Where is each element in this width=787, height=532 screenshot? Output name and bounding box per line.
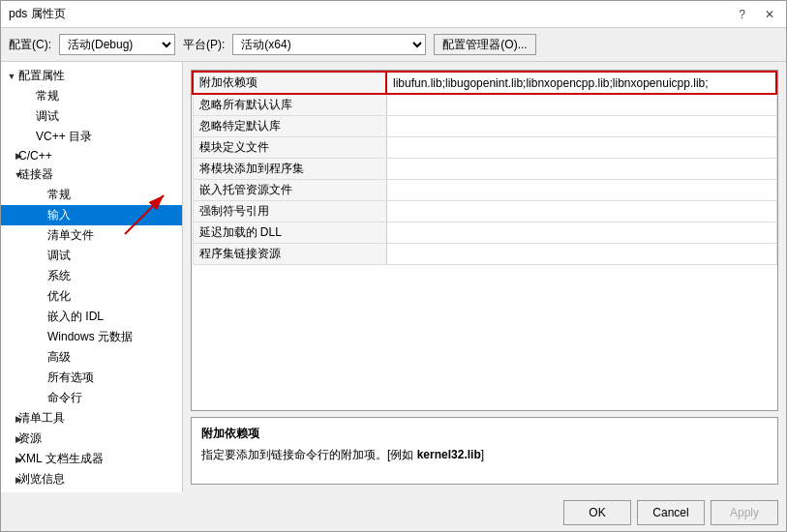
sidebar-label-manifest-file: 清单文件 xyxy=(47,228,94,242)
sidebar-item-vcpp-dirs[interactable]: VC++ 目录 xyxy=(1,127,182,147)
prop-value-2[interactable] xyxy=(386,116,776,137)
prop-name-7: 延迟加载的 DLL xyxy=(193,222,386,244)
prop-name-0: 附加依赖项 xyxy=(193,72,386,94)
sidebar-item-linker-general[interactable]: 常规 xyxy=(1,185,182,205)
sidebar-label-advanced: 高级 xyxy=(47,350,71,364)
main-window: pds 属性页 ? ✕ 配置(C): 活动(Debug) 平台(P): 活动(x… xyxy=(0,0,787,532)
sidebar-label-linker-input: 输入 xyxy=(47,208,71,222)
table-row[interactable]: 忽略所有默认认库 xyxy=(193,94,776,116)
sidebar-build-events[interactable]: ▶ 生成事件 xyxy=(1,489,182,492)
linker-arrow-icon: ▼ xyxy=(5,168,18,182)
sidebar-label-browse-info: 浏览信息 xyxy=(18,471,65,488)
prop-value-1[interactable] xyxy=(386,94,776,116)
sidebar-label-optimize: 优化 xyxy=(47,289,71,303)
sidebar-label-debug: 调试 xyxy=(36,109,59,123)
sidebar-root-label: 配置属性 xyxy=(18,68,65,84)
prop-name-1: 忽略所有默认认库 xyxy=(193,94,386,116)
table-row[interactable]: 嵌入托管资源文件 xyxy=(193,180,776,201)
sidebar-item-advanced[interactable]: 高级 xyxy=(1,347,182,368)
sidebar-cpp[interactable]: ▶ C/C++ xyxy=(1,147,182,164)
sidebar-item-linker-input[interactable]: 输入 xyxy=(1,205,182,225)
platform-select[interactable]: 活动(x64) xyxy=(232,34,426,55)
sidebar-item-windows-metadata[interactable]: Windows 元数据 xyxy=(1,327,182,347)
sidebar-label-build-events: 生成事件 xyxy=(18,491,65,492)
sidebar-label-xml-gen: XML 文档生成器 xyxy=(18,451,104,467)
config-label: 配置(C): xyxy=(9,37,51,53)
sidebar-label-all-options: 所有选项 xyxy=(47,370,94,384)
table-row[interactable]: 模块定义文件 xyxy=(193,137,776,159)
cancel-button[interactable]: Cancel xyxy=(637,500,705,525)
prop-name-6: 强制符号引用 xyxy=(193,201,386,222)
sidebar-label-cmdline: 命令行 xyxy=(47,391,82,404)
sidebar-label-embedded-idl: 嵌入的 IDL xyxy=(47,310,104,323)
sidebar-browse-info[interactable]: ▶ 浏览信息 xyxy=(1,469,182,489)
sidebar-xml-gen[interactable]: ▶ XML 文档生成器 xyxy=(1,449,182,469)
sidebar-linker[interactable]: ▼ 链接器 xyxy=(1,164,182,185)
sidebar-label-windows-metadata: Windows 元数据 xyxy=(47,330,133,343)
sidebar-label-vcpp-dirs: VC++ 目录 xyxy=(36,130,92,143)
prop-value-3[interactable] xyxy=(386,137,776,159)
apply-button[interactable]: Apply xyxy=(711,500,778,525)
ok-button[interactable]: OK xyxy=(563,500,631,525)
sidebar-label-linker-general: 常规 xyxy=(47,188,71,201)
right-panel: 附加依赖项 libufun.lib;libugopenint.lib;libnx… xyxy=(183,62,786,492)
sidebar-item-manifest-file[interactable]: 清单文件 xyxy=(1,225,182,246)
prop-value-6[interactable] xyxy=(386,201,776,222)
prop-value-0[interactable]: libufun.lib;libugopenint.lib;libnxopencp… xyxy=(386,72,776,94)
sidebar-label-resources: 资源 xyxy=(18,430,42,447)
prop-value-8[interactable] xyxy=(386,244,776,265)
sidebar-label-system: 系统 xyxy=(47,269,71,282)
close-button[interactable]: ✕ xyxy=(761,8,778,21)
properties-table: 附加依赖项 libufun.lib;libugopenint.lib;libnx… xyxy=(192,71,777,265)
prop-name-8: 程序集链接资源 xyxy=(193,244,386,265)
manifest-tools-arrow-icon: ▶ xyxy=(5,412,18,426)
prop-value-5[interactable] xyxy=(386,180,776,201)
sidebar-item-optimize[interactable]: 优化 xyxy=(1,286,182,307)
table-row[interactable]: 将模块添加到程序集 xyxy=(193,159,776,180)
root-arrow-icon: ▼ xyxy=(5,70,18,83)
sidebar-item-system[interactable]: 系统 xyxy=(1,266,182,286)
table-row[interactable]: 附加依赖项 libufun.lib;libugopenint.lib;libnx… xyxy=(193,72,776,94)
sidebar-label-linker: 链接器 xyxy=(18,166,53,183)
sidebar-item-linker-debug[interactable]: 调试 xyxy=(1,246,182,266)
sidebar-item-embedded-idl[interactable]: 嵌入的 IDL xyxy=(1,307,182,327)
title-bar: pds 属性页 ? ✕ xyxy=(1,1,786,28)
sidebar-item-debug[interactable]: 调试 xyxy=(1,106,182,127)
sidebar-label-manifest-tools: 清单工具 xyxy=(18,410,65,427)
prop-value-7[interactable] xyxy=(386,222,776,244)
browse-info-arrow-icon: ▶ xyxy=(5,473,18,487)
table-row[interactable]: 强制符号引用 xyxy=(193,201,776,222)
toolbar: 配置(C): 活动(Debug) 平台(P): 活动(x64) 配置管理器(O)… xyxy=(1,28,786,62)
table-row[interactable]: 忽略特定默认库 xyxy=(193,116,776,137)
cpp-arrow-icon: ▶ xyxy=(5,149,18,163)
description-box: 附加依赖项 指定要添加到链接命令行的附加项。[例如 kernel32.lib] xyxy=(191,417,778,485)
sidebar-item-general[interactable]: 常规 xyxy=(1,86,182,106)
sidebar-label-general: 常规 xyxy=(36,89,59,103)
sidebar-label-linker-debug: 调试 xyxy=(47,249,71,262)
prop-name-5: 嵌入托管资源文件 xyxy=(193,180,386,201)
help-button[interactable]: ? xyxy=(735,8,749,21)
table-row[interactable]: 程序集链接资源 xyxy=(193,244,776,265)
window-title: pds 属性页 xyxy=(9,6,66,22)
description-title: 附加依赖项 xyxy=(201,426,768,442)
sidebar-resources[interactable]: ▶ 资源 xyxy=(1,429,182,449)
prop-name-2: 忽略特定默认库 xyxy=(193,116,386,137)
config-manager-button[interactable]: 配置管理器(O)... xyxy=(434,34,535,55)
sidebar-root[interactable]: ▼ 配置属性 xyxy=(1,66,182,86)
config-select[interactable]: 活动(Debug) xyxy=(59,34,175,55)
sidebar-item-all-options[interactable]: 所有选项 xyxy=(1,368,182,388)
properties-table-wrapper: 附加依赖项 libufun.lib;libugopenint.lib;libnx… xyxy=(191,70,778,411)
xml-gen-arrow-icon: ▶ xyxy=(5,453,18,466)
platform-label: 平台(P): xyxy=(183,37,225,53)
title-controls: ? ✕ xyxy=(735,8,778,21)
main-content: ▼ 配置属性 常规 调试 VC++ 目录 ▶ C/C++ ▼ xyxy=(1,62,786,492)
prop-name-3: 模块定义文件 xyxy=(193,137,386,159)
description-text: 指定要添加到链接命令行的附加项。[例如 kernel32.lib] xyxy=(201,446,768,463)
sidebar-manifest-tools[interactable]: ▶ 清单工具 xyxy=(1,408,182,429)
table-row[interactable]: 延迟加载的 DLL xyxy=(193,222,776,244)
bottom-buttons: OK Cancel Apply xyxy=(1,492,786,531)
sidebar-item-cmdline[interactable]: 命令行 xyxy=(1,388,182,408)
sidebar-label-cpp: C/C++ xyxy=(18,149,52,163)
prop-value-4[interactable] xyxy=(386,159,776,180)
prop-name-4: 将模块添加到程序集 xyxy=(193,159,386,180)
